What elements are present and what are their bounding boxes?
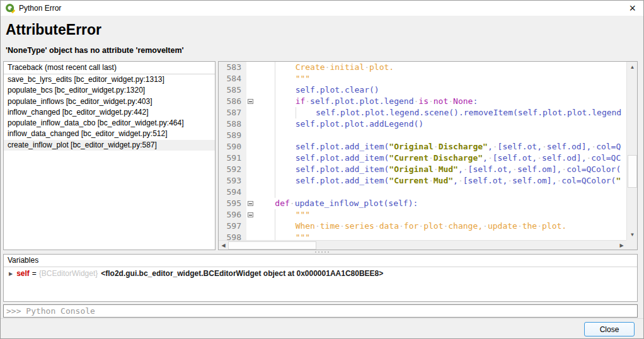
fold-column (246, 62, 255, 73)
code-text: self.plot.add_item("Current·Discharge",·… (255, 152, 626, 164)
fold-column (246, 118, 255, 130)
code-text: """ (255, 73, 626, 84)
code-text: def·update_inflow_plot(self): (255, 198, 626, 209)
traceback-header: Traceback (most recent call last) (4, 62, 215, 74)
fold-column (246, 164, 255, 175)
window-close-icon[interactable]: × (629, 1, 636, 15)
code-line: 587 self.plot.plot.legend.scene().remove… (219, 107, 626, 118)
titlebar: Python Error × (1, 1, 643, 16)
fold-column (246, 221, 255, 232)
code-line: 589 (219, 130, 626, 141)
error-type-heading: AttributeError (6, 21, 101, 38)
traceback-item[interactable]: inflow_changed [bc_editor_widget.py:442] (4, 107, 215, 118)
line-number: 583 (219, 62, 246, 73)
fold-marker-icon[interactable] (248, 99, 253, 104)
code-text: self.plot.plot.legend.scene().removeItem… (255, 107, 626, 118)
fold-column (246, 107, 255, 118)
code-line: 593 self.plot.add_item("Current·Mud",·[s… (219, 175, 626, 187)
fold-column (246, 232, 255, 240)
line-number: 589 (219, 130, 246, 141)
code-line: 591 self.plot.add_item("Current·Discharg… (219, 152, 626, 164)
code-text (255, 130, 626, 141)
variable-value: <flo2d.gui.bc_editor_widget.BCEditorWidg… (101, 269, 383, 278)
code-text: """ (255, 232, 626, 240)
code-line: 595 def·update_inflow_plot(self): (219, 198, 626, 209)
fold-column (246, 152, 255, 164)
traceback-panel: Traceback (most recent call last) save_b… (3, 61, 216, 250)
code-line: 583 Create·initial·plot. (219, 62, 626, 73)
line-number: 592 (219, 164, 246, 175)
code-text: self.plot.clear() (255, 84, 626, 96)
code-line: 592 self.plot.add_item("Original·Mud",·[… (219, 164, 626, 175)
footer-bar: Close (1, 318, 643, 338)
variables-panel: Variables ▶ self = {BCEditorWidget} <flo… (3, 254, 638, 302)
traceback-item[interactable]: populate_inflow_data_cbo [bc_editor_widg… (4, 118, 215, 129)
line-number: 587 (219, 107, 246, 118)
code-line: 588 self.plot.plot.addLegend() (219, 118, 626, 130)
code-text: When·time·series·data·for·plot·change,·u… (255, 221, 626, 232)
line-number: 591 (219, 152, 246, 164)
qgis-logo-icon (5, 3, 15, 13)
code-vertical-scrollbar[interactable]: ▲ ▼ (626, 62, 637, 240)
fold-column (246, 198, 255, 209)
line-number: 585 (219, 84, 246, 96)
expand-arrow-icon[interactable]: ▶ (9, 271, 13, 277)
code-text: """ (255, 209, 626, 221)
close-button[interactable]: Close (584, 322, 635, 336)
line-number: 595 (219, 198, 246, 209)
traceback-item[interactable]: inflow_data_changed [bc_editor_widget.py… (4, 129, 215, 139)
variable-name: self (16, 269, 30, 278)
traceback-item[interactable]: populate_bcs [bc_editor_widget.py:1320] (4, 85, 215, 96)
fold-column (246, 130, 255, 141)
fold-column (246, 96, 255, 107)
variable-type: {BCEditorWidget} (39, 269, 98, 278)
code-text: self.plot.add_item("Original·Mud",·[self… (255, 164, 626, 175)
code-panel: 583 Create·initial·plot.584 """585 self.… (218, 61, 638, 250)
vertical-scroll-thumb[interactable] (628, 155, 637, 188)
equals-sign: = (32, 269, 37, 278)
code-text (255, 187, 626, 198)
code-horizontal-scrollbar[interactable]: ◀ ▶ (219, 240, 626, 250)
scroll-left-icon[interactable]: ◀ (219, 241, 228, 250)
fold-column (246, 187, 255, 198)
fold-marker-icon[interactable] (248, 212, 253, 217)
code-text: self.plot.add_item("Current·Mud",·[self.… (255, 175, 626, 187)
variables-header: Variables (4, 255, 637, 267)
line-number: 598 (219, 232, 246, 240)
traceback-item[interactable]: save_bc_lyrs_edits [bc_editor_widget.py:… (4, 74, 215, 85)
code-line: 590 self.plot.add_item("Original·Dischar… (219, 141, 626, 152)
traceback-list: save_bc_lyrs_edits [bc_editor_widget.py:… (4, 74, 215, 151)
line-number: 584 (219, 73, 246, 84)
horizontal-scroll-thumb[interactable] (228, 241, 316, 250)
code-text: Create·initial·plot. (255, 62, 626, 73)
fold-column (246, 73, 255, 84)
scrollbar-corner (626, 240, 637, 250)
console-prompt-text: >>> Python Console (4, 306, 95, 316)
line-number: 590 (219, 141, 246, 152)
code-line: 598 """ (219, 232, 626, 240)
traceback-item[interactable]: populate_inflows [bc_editor_widget.py:40… (4, 96, 215, 107)
scroll-up-icon[interactable]: ▲ (627, 62, 638, 72)
python-console-input[interactable]: >>> Python Console (3, 304, 638, 318)
code-text: if·self.plot.plot.legend·is·not·None: (255, 96, 626, 107)
code-line: 596 """ (219, 209, 626, 221)
line-number: 588 (219, 118, 246, 130)
variable-row[interactable]: ▶ self = {BCEditorWidget} <flo2d.gui.bc_… (4, 267, 637, 280)
line-number: 593 (219, 175, 246, 187)
traceback-item[interactable]: create_inflow_plot [bc_editor_widget.py:… (4, 140, 215, 151)
line-number: 596 (219, 209, 246, 221)
code-line: 585 self.plot.clear() (219, 84, 626, 96)
code-editor[interactable]: 583 Create·initial·plot.584 """585 self.… (219, 62, 626, 240)
fold-column (246, 84, 255, 96)
scroll-right-icon[interactable]: ▶ (617, 241, 626, 250)
fold-column (246, 209, 255, 221)
code-text: self.plot.add_item("Original·Discharge",… (255, 141, 626, 152)
code-line: 586 if·self.plot.plot.legend·is·not·None… (219, 96, 626, 107)
splitter-handle-icon (315, 251, 329, 253)
code-line: 594 (219, 187, 626, 198)
python-error-dialog: Python Error × AttributeError 'NoneType'… (0, 0, 644, 339)
code-line: 584 """ (219, 73, 626, 84)
fold-column (246, 175, 255, 187)
scroll-down-icon[interactable]: ▼ (627, 229, 638, 240)
fold-marker-icon[interactable] (248, 201, 253, 206)
